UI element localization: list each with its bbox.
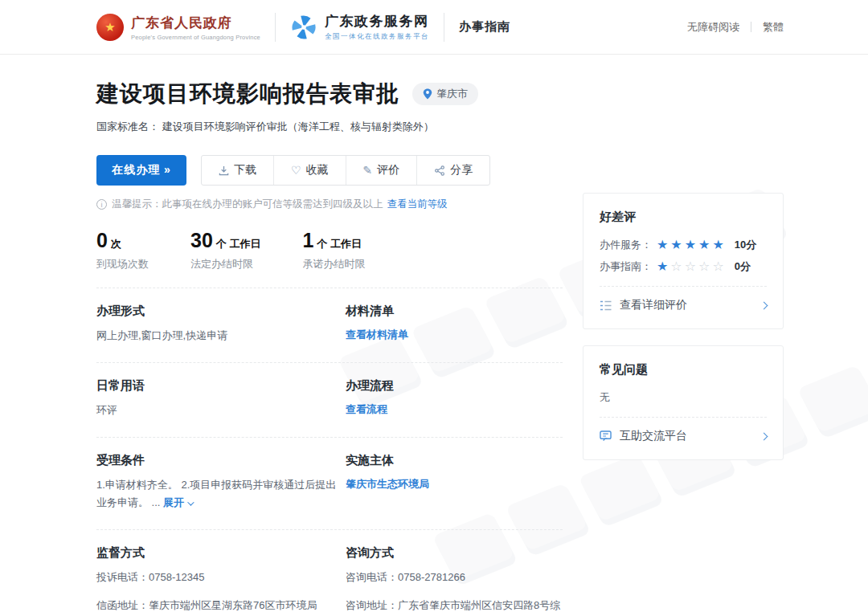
header-logos: ★ 广东省人民政府 People's Government of Guangdo… [96, 12, 510, 42]
section-supervision: 监督方式 投诉电话： 0758-12345 信函地址： 肇庆市端州区星湖东路76… [96, 545, 346, 616]
stat-site-visits: 0次 到现场次数 [96, 229, 149, 271]
page-body: 建设项目环境影响报告表审批 肇庆市 国家标准名： 建设项目环境影响评价审批（海洋… [96, 79, 784, 616]
gov-logo[interactable]: 广东省人民政府 People's Government of Guangdong… [131, 14, 260, 41]
tip-text: 此事项在线办理的账户可信等级需达到四级及以上 [162, 198, 383, 211]
rating-label: 办件服务： [600, 238, 652, 252]
section-handling-form: 办理形式 网上办理,窗口办理,快递申请 [96, 304, 346, 345]
traditional-chinese-link[interactable]: 繁體 [763, 20, 784, 35]
share-button[interactable]: 分享 [416, 156, 489, 185]
evaluate-label: 评价 [377, 163, 399, 177]
rating-panel: 好差评 办件服务： ★★★★★ 10分 办事指南： ★☆☆☆☆ 0分 查看详细评… [583, 193, 784, 329]
heart-icon: ♡ [291, 165, 301, 176]
kv-label: 投诉电话： [96, 569, 149, 587]
stat-value: 0 [96, 229, 108, 251]
section-daily-term: 日常用语 环评 [96, 378, 346, 420]
stat-unit: 个 工作日 [317, 238, 362, 250]
section-title: 监督方式 [96, 545, 346, 561]
portal-name: 广东政务服务网 [325, 12, 429, 31]
panel-divider [600, 417, 767, 418]
stat-value: 30 [190, 229, 213, 251]
info-icon: i [96, 199, 107, 210]
stat-label: 承诺办结时限 [302, 257, 365, 271]
view-process-link[interactable]: 查看流程 [346, 403, 387, 415]
kv-value: 广东省肇庆市端州区信安四路8号综合受理窗口（B1-B10窗口） [398, 597, 563, 616]
section-title: 办理形式 [96, 304, 346, 319]
page-title: 建设项目环境影响报告表审批 [96, 79, 399, 109]
download-label: 下载 [234, 163, 256, 177]
info-grid: 办理形式 网上办理,窗口办理,快递申请 材料清单 查看材料清单 日常用语 环评 … [96, 288, 563, 616]
chevron-right-icon [760, 432, 768, 440]
chevron-down-icon [187, 499, 194, 505]
expand-button[interactable]: 展开 [163, 494, 192, 512]
rating-label: 办事指南： [600, 259, 652, 274]
portal-logo[interactable]: 广东政务服务网 全国一体化在线政务服务平台 [325, 12, 429, 42]
kv-line: 投诉电话： 0758-12345 [96, 569, 346, 587]
city-name: 肇庆市 [436, 87, 468, 101]
info-row: 办理形式 网上办理,窗口办理,快递申请 材料清单 查看材料清单 [96, 288, 563, 363]
section-implementer: 实施主体 肇庆市生态环境局 [346, 453, 563, 513]
section-consultation: 咨询方式 咨询电话： 0758-2781266 咨询地址： 广东省肇庆市端州区信… [346, 545, 563, 616]
mutual-help-platform[interactable]: 互助交流平台 [600, 429, 767, 443]
stat-label: 法定办结时限 [190, 257, 260, 271]
info-row: 受理条件 1.申请材料齐全。 2.项目申报获码并审核通过后提出业务申请。 ...… [96, 438, 563, 531]
stat-value: 1 [302, 229, 313, 251]
section-title: 实施主体 [346, 453, 563, 468]
kv-value: 0758-12345 [149, 569, 346, 587]
download-icon [219, 165, 229, 176]
location-pin-icon [423, 88, 432, 100]
section-title: 咨询方式 [346, 545, 563, 561]
header-divider [444, 13, 444, 42]
star-rating[interactable]: ★★★★★ [657, 239, 727, 251]
section-content: 网上办理,窗口办理,快递申请 [96, 327, 346, 345]
section-accept-conditions: 受理条件 1.申请材料齐全。 2.项目申报获码并审核通过后提出业务申请。 ...… [96, 453, 346, 513]
kv-value: 肇庆市端州区星湖东路76区市环境局 [149, 597, 346, 615]
view-material-list-link[interactable]: 查看材料清单 [346, 328, 408, 341]
section-content: 环评 [96, 402, 346, 420]
section-title: 日常用语 [96, 378, 346, 394]
favorite-button[interactable]: ♡ 收藏 [273, 156, 346, 185]
share-icon [434, 165, 445, 176]
header-divider [275, 13, 276, 42]
stat-unit: 个 工作日 [216, 238, 261, 250]
tip-bar: i 温馨提示： 此事项在线办理的账户可信等级需达到四级及以上 查看当前等级 [96, 198, 563, 211]
online-apply-button[interactable]: 在线办理 » [96, 155, 186, 186]
kv-label: 咨询地址： [346, 597, 398, 616]
rating-score: 10分 [735, 238, 756, 252]
view-trust-level-link[interactable]: 查看当前等级 [387, 198, 448, 211]
view-detailed-ratings[interactable]: 查看详细评价 [600, 298, 767, 312]
kv-value: 0758-2781266 [398, 569, 563, 587]
national-emblem-icon: ★ [96, 14, 124, 41]
stat-promised-limit: 1个 工作日 承诺办结时限 [302, 229, 365, 271]
faq-panel-title: 常见问题 [600, 362, 767, 377]
header-divider [751, 22, 751, 32]
pencil-icon: ✎ [363, 165, 373, 176]
section-title: 材料清单 [346, 304, 563, 319]
tip-prefix: 温馨提示： [112, 198, 162, 211]
accessibility-link[interactable]: 无障碍阅读 [687, 20, 739, 35]
view-detailed-ratings-label: 查看详细评价 [620, 298, 687, 312]
section-title: 受理条件 [96, 453, 346, 468]
section-content: 1.申请材料齐全。 2.项目申报获码并审核通过后提出业务申请。 ... [96, 479, 336, 509]
stat-statutory-limit: 30个 工作日 法定办结时限 [190, 229, 260, 271]
section-label: 办事指南 [459, 19, 510, 35]
city-badge[interactable]: 肇庆市 [412, 83, 478, 105]
download-button[interactable]: 下载 [202, 156, 273, 185]
implementer-link[interactable]: 肇庆市生态环境局 [346, 478, 429, 490]
chat-icon [600, 430, 612, 442]
rating-score: 0分 [735, 259, 751, 274]
kv-line: 咨询地址： 广东省肇庆市端州区信安四路8号综合受理窗口（B1-B10窗口） [346, 597, 563, 616]
rating-row-guide: 办事指南： ★☆☆☆☆ 0分 [600, 259, 767, 274]
main-content: 建设项目环境影响报告表审批 肇庆市 国家标准名： 建设项目环境影响评价审批（海洋… [96, 79, 563, 616]
star-rating[interactable]: ★☆☆☆☆ [657, 260, 727, 273]
faq-content: 无 [600, 390, 767, 405]
stat-unit: 次 [111, 238, 121, 250]
rating-panel-title: 好差评 [600, 210, 767, 225]
kv-label: 咨询电话： [346, 569, 398, 587]
standard-name-label: 国家标准名： [96, 120, 159, 133]
share-label: 分享 [450, 163, 473, 177]
gov-subtitle: People's Government of Guangdong Provinc… [131, 34, 260, 41]
section-process: 办理流程 查看流程 [346, 378, 563, 420]
evaluate-button[interactable]: ✎ 评价 [346, 156, 417, 185]
site-header: ★ 广东省人民政府 People's Government of Guangdo… [0, 0, 868, 55]
standard-name-line: 国家标准名： 建设项目环境影响评价审批（海洋工程、核与辐射类除外） [96, 120, 563, 134]
